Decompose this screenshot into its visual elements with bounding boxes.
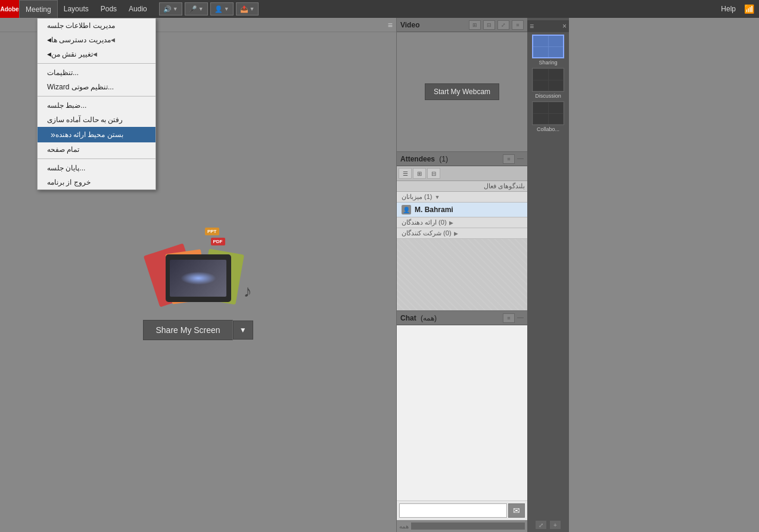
menu-audio[interactable]: Audio — [123, 0, 153, 18]
sidebar-item-collabo[interactable]: Collabo... — [530, 101, 566, 132]
share-btn-group: Share My Screen ▼ — [143, 320, 253, 340]
attendees-empty-area — [397, 239, 527, 310]
sidebar-collabo-label: Collabo... — [537, 126, 559, 132]
att-list-btn[interactable]: ☰ — [399, 168, 412, 179]
chat-pod-controls: ≡ — — [503, 313, 524, 323]
att-grid-btn[interactable]: ⊞ — [413, 168, 426, 179]
chat-pod-body: ✉ — [397, 325, 527, 520]
separator-3 — [38, 158, 155, 159]
presenters-expand-arrow: ▶ — [449, 220, 453, 226]
chat-footer-bar — [411, 522, 525, 530]
share-icon-group: PPT PDF ♪ — [145, 225, 252, 308]
menu-meeting[interactable]: Meeting — [19, 0, 58, 18]
menu-help[interactable]: Help — [715, 0, 742, 18]
separator-2 — [38, 96, 155, 97]
participants-expand-arrow: ▶ — [454, 231, 458, 237]
sidebar-thumb-grid-collab — [533, 102, 563, 124]
presenters-section[interactable]: ▶ (0) ارائه دهندگان — [397, 217, 527, 228]
submenu-arrow-access: ◀ — [47, 37, 51, 43]
thumb-disc-3 — [533, 80, 548, 91]
attendees-pod: Attendees (1) ≡ — ☰ ⊞ ⊟ بلندگوهای فعال — [397, 152, 527, 311]
thumb-cell-4 — [549, 47, 564, 58]
chat-expand-btn[interactable]: — — [517, 313, 524, 323]
menubar-right: Help 📶 — [715, 0, 759, 18]
video-pod-body: Start My Webcam — [397, 32, 527, 151]
adobe-logo: Adobe — [0, 0, 19, 18]
chat-input[interactable] — [399, 503, 507, 518]
webcam-btn[interactable]: 👤 ▼ — [210, 2, 234, 15]
attendees-expand-btn[interactable]: — — [517, 154, 524, 164]
separator-1 — [38, 63, 155, 64]
menubar: Adobe Meeting Layouts Pods Audio 🔊 ▼ 🎤 ▼… — [0, 0, 759, 18]
attendees-pod-title: Attendees (1) — [400, 155, 448, 163]
share-my-screen-button[interactable]: Share My Screen — [143, 320, 232, 340]
menu-item-change-role[interactable]: تغییر نقش من ◀ — [38, 47, 155, 61]
menu-item-exit[interactable]: خروج از برنامه — [38, 175, 155, 189]
menu-item-manage-access[interactable]: مدیریت دسترسی ها ◀ — [38, 33, 155, 47]
sidebar-close-icon[interactable]: × — [562, 22, 567, 30]
menu-pods[interactable]: Pods — [95, 0, 123, 18]
close-presenter-arrow: « — [51, 130, 55, 139]
sidebar-thumb-sharing — [532, 35, 564, 58]
meeting-dropdown-menu: مدیریت اطلاعات جلسه مدیریت دسترسی ها ◀ ت… — [37, 18, 156, 190]
share-btn-dropdown[interactable]: ▼ — [233, 321, 253, 340]
menu-item-fullscreen[interactable]: تمام صفحه — [38, 142, 155, 157]
sidebar-add-btn[interactable]: + — [549, 520, 561, 530]
video-pod: Video ⊞ ⊟ ⤢ ≡ Start My Webcam — [397, 18, 527, 152]
video-pod-controls: ⊞ ⊟ ⤢ ≡ — [469, 20, 524, 30]
thumb-cell-1 — [533, 36, 548, 46]
thumb-disc-2 — [549, 69, 564, 80]
sidebar-item-discussion[interactable]: Discussion — [530, 68, 566, 99]
video-grid2-btn[interactable]: ⊟ — [483, 20, 495, 30]
attendee-row-bahrami: M. Bahrami 👤 — [397, 203, 527, 217]
menu-layouts[interactable]: Layouts — [58, 0, 95, 18]
right-panel: Video ⊞ ⊟ ⤢ ≡ Start My Webcam Attendees … — [396, 18, 527, 532]
speaker-btn[interactable]: 🔊 ▼ — [159, 2, 182, 15]
signal-icon: 📶 — [744, 4, 754, 14]
menu-item-end-meeting[interactable]: ...پایان جلسه — [38, 161, 155, 175]
menu-item-go-prepare[interactable]: رفتن به حالت آماده سازی — [38, 113, 155, 127]
active-speakers-section: بلندگوهای فعال — [397, 181, 527, 192]
video-grid1-btn[interactable]: ⊞ — [469, 20, 481, 30]
video-menu-btn[interactable]: ≡ — [512, 20, 524, 30]
attendees-pod-body: ☰ ⊞ ⊟ بلندگوهای فعال ▼ (1) میزبانان M. B… — [397, 166, 527, 310]
chat-send-button[interactable]: ✉ — [508, 503, 525, 518]
attendees-toolbar: ☰ ⊞ ⊟ — [397, 166, 527, 181]
hosts-section[interactable]: ▼ (1) میزبانان — [397, 192, 527, 203]
menu-item-close-presenter[interactable]: بستن محیط ارائه دهنده « — [38, 127, 155, 142]
sidebar-item-sharing[interactable]: Sharing — [530, 35, 566, 66]
sidebar-bottom-btns: ⤢ + — [533, 518, 564, 532]
sidebar-expand-btn[interactable]: ⤢ — [535, 520, 547, 530]
chat-footer: همه — [397, 520, 527, 532]
thumb-disc-1 — [533, 69, 548, 80]
thumb-collab-2 — [549, 102, 564, 113]
menu-item-manage-info[interactable]: مدیریت اطلاعات جلسه — [38, 18, 155, 33]
participants-section[interactable]: ▶ (0) شرکت کنندگان — [397, 228, 527, 239]
thumb-cell-2 — [549, 36, 564, 46]
thumb-collab-3 — [533, 114, 548, 125]
thumb-disc-4 — [549, 80, 564, 91]
sidebar-thumb-grid — [533, 36, 563, 57]
attendees-pod-header: Attendees (1) ≡ — — [397, 152, 527, 166]
start-webcam-button[interactable]: Start My Webcam — [425, 83, 499, 100]
sidebar-thumb-collabo — [532, 101, 564, 125]
chat-pod-header: Chat (همه) ≡ — — [397, 311, 527, 325]
sidebar-right: ≡ × Sharing — [527, 18, 569, 532]
chat-menu-btn[interactable]: ≡ — [503, 313, 515, 323]
submenu-arrow-role: ◀ — [47, 51, 51, 57]
video-pod-header: Video ⊞ ⊟ ⤢ ≡ — [397, 18, 527, 32]
menu-item-audio-wizard[interactable]: ...تنظیم صوتی Wizard — [38, 80, 155, 94]
mic-btn[interactable]: 🎤 ▼ — [185, 2, 208, 15]
sidebar-discussion-label: Discussion — [535, 93, 561, 99]
sharing-btn[interactable]: 📤 ▼ — [236, 2, 259, 15]
sidebar-thumb-grid-disc — [533, 69, 563, 91]
video-expand-btn[interactable]: ⤢ — [497, 20, 509, 30]
attendee-avatar: 👤 — [402, 205, 411, 214]
share-panel-menu-icon[interactable]: ≡ — [388, 20, 393, 30]
att-grid2-btn[interactable]: ⊟ — [427, 168, 440, 179]
sidebar-menu-icon[interactable]: ≡ — [530, 22, 534, 30]
menu-item-set-away[interactable]: ...ضبط جلسه — [38, 98, 155, 113]
menu-item-settings[interactable]: ...تنظیمات — [38, 66, 155, 80]
video-pod-title: Video — [400, 21, 419, 29]
attendees-menu-btn[interactable]: ≡ — [503, 154, 515, 164]
